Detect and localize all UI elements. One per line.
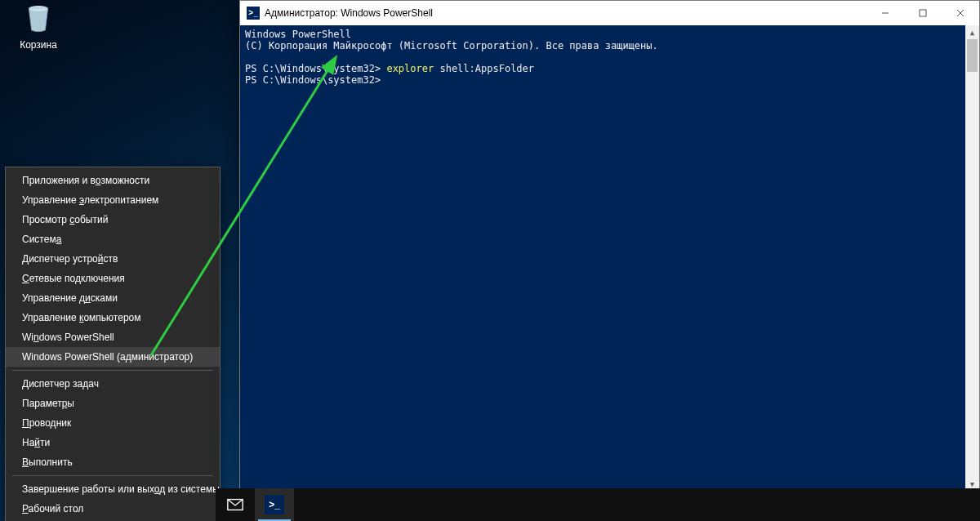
quickmenu-item[interactable]: Найти [6,433,220,452]
quickmenu-item[interactable]: Завершение работы или выход из системы [6,479,220,499]
quickmenu-item[interactable]: Система [6,229,220,249]
quickmenu-item[interactable]: Просмотр событий [6,210,220,229]
scroll-track[interactable] [965,39,979,477]
quickmenu-item[interactable]: Управление дисками [6,288,220,308]
recycle-bin-label: Корзина [10,39,67,51]
console-line: Windows PowerShell [245,29,974,40]
maximize-button[interactable] [904,1,942,25]
powershell-titlebar[interactable]: >_ Администратор: Windows PowerShell [240,1,979,25]
quickmenu-item[interactable]: Диспетчер устройств [6,249,220,269]
console-line: PS C:\Windows\system32> [245,74,974,86]
quickmenu-item[interactable]: Диспетчер задач [6,374,220,394]
taskbar-powershell-button[interactable]: >_ [255,488,294,521]
powershell-icon: >_ [265,495,284,514]
powershell-title: Администратор: Windows PowerShell [265,7,433,19]
quickmenu-item[interactable]: Приложения и возможности [6,171,220,190]
close-button[interactable] [942,1,979,25]
powershell-icon: >_ [247,7,260,20]
mail-icon [226,496,244,514]
menu-separator [12,370,213,371]
taskbar[interactable]: >_ [216,488,980,521]
quickmenu-item[interactable]: Windows PowerShell (администратор) [6,347,220,367]
menu-separator [12,475,213,476]
quickmenu-item[interactable]: Управление электропитанием [6,190,220,210]
console-line: PS C:\Windows\system32> explorer shell:A… [245,63,974,74]
quickmenu-item[interactable]: Параметры [6,394,220,413]
quickmenu-item[interactable]: Сетевые подключения [6,269,220,288]
recycle-bin-glyph [22,2,55,34]
taskbar-mail-icon[interactable] [216,488,255,521]
minimize-button[interactable] [866,1,904,25]
recycle-bin-icon[interactable]: Корзина [10,2,67,51]
svg-rect-1 [920,10,926,16]
quickmenu-item[interactable]: Управление компьютером [6,308,220,327]
quickmenu-item[interactable]: Windows PowerShell [6,327,220,347]
scroll-up-button[interactable]: ▲ [965,25,979,39]
quickmenu-item[interactable]: Проводник [6,413,220,433]
console-scrollbar[interactable]: ▲ ▼ [965,25,979,491]
powershell-console[interactable]: Windows PowerShell (C) Корпорация Майкро… [240,25,979,491]
powershell-window[interactable]: >_ Администратор: Windows PowerShell Win… [239,0,980,492]
quickmenu-item[interactable]: Выполнить [6,452,220,472]
quickmenu-item[interactable]: Рабочий стол [6,499,220,519]
console-line: (C) Корпорация Майкрософт (Microsoft Cor… [245,40,974,51]
winx-quick-menu[interactable]: Приложения и возможностиУправление элект… [5,167,220,521]
scroll-thumb[interactable] [967,39,978,72]
console-line [245,51,974,63]
